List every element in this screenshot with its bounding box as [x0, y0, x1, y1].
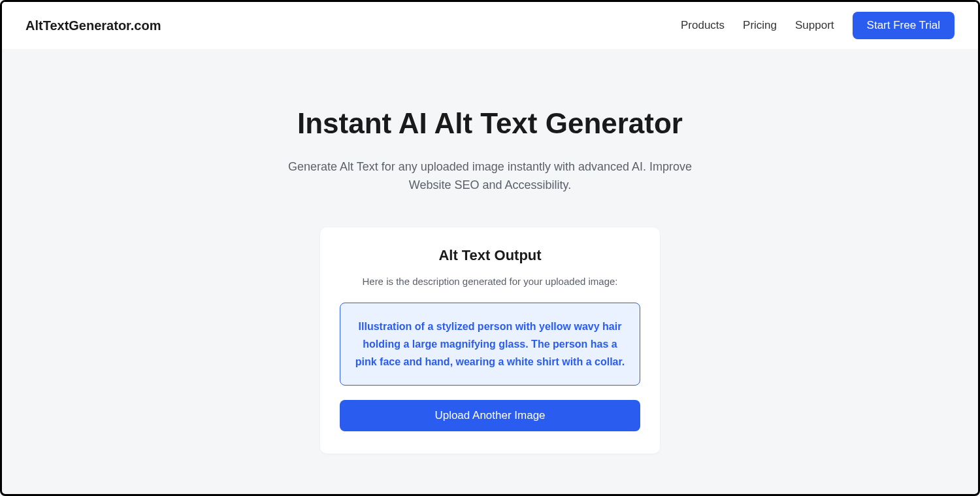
header: AltTextGenerator.com Products Pricing Su… [2, 2, 978, 49]
nav-products[interactable]: Products [681, 19, 725, 32]
upload-another-image-button[interactable]: Upload Another Image [340, 400, 640, 431]
start-free-trial-button[interactable]: Start Free Trial [853, 12, 955, 39]
alt-text-output: Illustration of a stylized person with y… [340, 303, 640, 386]
nav: Products Pricing Support Start Free Tria… [681, 12, 955, 39]
page-title: Instant AI Alt Text Generator [261, 107, 719, 141]
main-content: Instant AI Alt Text Generator Generate A… [2, 49, 978, 454]
card-subtitle: Here is the description generated for yo… [340, 276, 640, 287]
card-title: Alt Text Output [340, 247, 640, 264]
output-card: Alt Text Output Here is the description … [320, 227, 660, 454]
brand-logo[interactable]: AltTextGenerator.com [25, 18, 161, 33]
page-subtitle: Generate Alt Text for any uploaded image… [287, 158, 693, 195]
nav-pricing[interactable]: Pricing [743, 19, 777, 32]
nav-support[interactable]: Support [795, 19, 834, 32]
